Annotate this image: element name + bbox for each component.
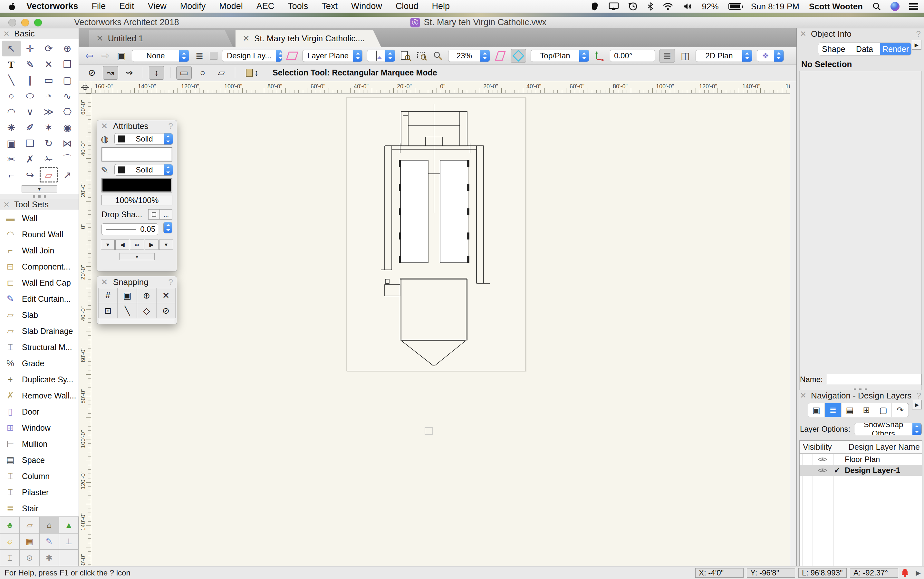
polyline-tool-icon[interactable]: ∨ xyxy=(21,104,39,119)
lasso-marquee-mode[interactable]: ○ xyxy=(195,66,210,80)
design-layer-row[interactable]: ✓Design Layer-1 xyxy=(800,465,922,476)
unified-view-button[interactable]: ≣ xyxy=(660,49,675,63)
back-view-button[interactable]: ⇦ xyxy=(83,50,95,61)
ruler-origin-corner[interactable] xyxy=(79,81,91,93)
machine-design-set[interactable]: ✱ xyxy=(39,550,59,566)
menu-modify[interactable]: Modify xyxy=(180,1,206,11)
status-overflow-button[interactable]: ▶ xyxy=(916,569,921,577)
plan-rotation-input[interactable]: 0.00° xyxy=(610,50,655,62)
active-plane-dropdown[interactable]: Layer Plane xyxy=(303,50,362,62)
time-machine-icon[interactable] xyxy=(629,2,637,11)
interactive-scaling-mode[interactable]: ↝ xyxy=(103,66,118,80)
tab-st-mary[interactable]: ✕ St. Mary teh Virgin Catholic.... xyxy=(236,29,381,47)
render-options-dropdown[interactable]: ❖ xyxy=(757,50,784,62)
spiral-tool-icon[interactable]: ❋ xyxy=(2,119,21,136)
text-tool-icon[interactable]: T xyxy=(2,56,21,72)
zoom-window-button[interactable] xyxy=(34,19,42,26)
offset-tool-icon[interactable]: ↗ xyxy=(58,167,77,183)
detailing-set[interactable]: ⊙ xyxy=(20,550,39,566)
callout-tool-icon[interactable]: ✎ xyxy=(21,56,39,72)
menu-model[interactable]: Model xyxy=(219,1,243,11)
grade-tool[interactable]: %Grade xyxy=(0,355,78,371)
pan-tool-icon[interactable]: ✛ xyxy=(21,41,39,56)
eraser-tool-icon[interactable]: ▱ xyxy=(39,167,58,183)
design-layer-name[interactable]: Floor Plan xyxy=(845,455,880,464)
menu-bar-clock[interactable]: Sun 8:19 PM xyxy=(751,2,799,11)
attr-previous-button[interactable]: ◀ xyxy=(115,240,129,250)
cabinet-edit-mode[interactable]: ↕ xyxy=(241,66,264,80)
user-menu[interactable]: Scott Wooten xyxy=(809,2,863,11)
tab-render[interactable]: Render xyxy=(880,43,911,55)
dimension-mode[interactable]: ↕ xyxy=(149,66,164,80)
attr-next-button[interactable]: ▶ xyxy=(145,240,158,250)
design-layer-row[interactable]: Floor Plan xyxy=(800,454,922,465)
round-wall-tool[interactable]: ◠Round Wall xyxy=(0,226,78,242)
multi-view-panes-icon[interactable]: ◫ xyxy=(680,50,691,61)
snap-to-curve-button[interactable]: ⊘ xyxy=(156,303,176,318)
close-tab-icon[interactable]: ✕ xyxy=(243,34,250,44)
wall-tool[interactable]: ▬Wall xyxy=(0,210,78,226)
close-icon[interactable]: ✕ xyxy=(3,29,10,38)
drop-shadow-options-button[interactable]: ... xyxy=(160,209,172,219)
forward-view-button[interactable]: ⇨ xyxy=(99,50,111,61)
layer-visibility-eye-icon[interactable] xyxy=(818,456,827,462)
siri-icon[interactable] xyxy=(890,2,900,11)
mirror-tool-icon[interactable]: ⋈ xyxy=(58,136,77,151)
nav-classes-button[interactable]: ▣ xyxy=(808,403,825,417)
door-tool[interactable]: ▯Door xyxy=(0,404,78,420)
component-join-tool[interactable]: ⊟Component... xyxy=(0,258,78,275)
fit-objects-icon[interactable] xyxy=(416,50,427,61)
line-thickness-field[interactable]: 0.05 xyxy=(101,223,158,235)
alert-bell-icon[interactable] xyxy=(901,568,909,579)
nav-sheet-layers-button[interactable]: ▤ xyxy=(841,403,858,417)
wifi-icon[interactable] xyxy=(663,3,673,10)
deform-tool-icon[interactable]: ❏ xyxy=(21,136,39,151)
canvas-vertical-scrollbar[interactable] xyxy=(790,81,797,566)
slab-tool[interactable]: ▱Slab xyxy=(0,307,78,323)
clip-cube-icon[interactable] xyxy=(495,51,506,61)
menu-file[interactable]: File xyxy=(92,1,106,11)
object-name-input[interactable] xyxy=(827,374,922,385)
minimize-window-button[interactable] xyxy=(21,19,29,26)
object-info-overflow-button[interactable]: ▶ xyxy=(912,40,921,50)
line-tool-icon[interactable]: ╲ xyxy=(2,72,21,88)
fillet-tool-icon[interactable]: ⌒ xyxy=(58,151,77,167)
nav-design-layers-button[interactable]: ≣ xyxy=(825,403,841,417)
snap-to-grid-button[interactable]: # xyxy=(98,288,117,303)
eyedropper-tool-icon[interactable]: ✐ xyxy=(21,119,39,136)
layer-visibility-eye-icon[interactable] xyxy=(818,468,827,473)
apple-menu-icon[interactable] xyxy=(8,2,15,11)
structural-set[interactable]: ⌶ xyxy=(0,550,20,566)
menu-edit[interactable]: Edit xyxy=(119,1,134,11)
space-tool[interactable]: ▤Space xyxy=(0,452,78,468)
selection-tool-icon[interactable]: ↖ xyxy=(2,41,21,56)
close-icon[interactable]: ✕ xyxy=(3,200,10,209)
close-icon[interactable]: ✕ xyxy=(101,277,108,287)
rectangular-marquee-mode[interactable]: ▭ xyxy=(176,66,192,80)
trim-tool-icon[interactable]: ✗ xyxy=(21,151,39,167)
rectangle-tool-icon[interactable]: ▭ xyxy=(39,72,58,88)
lighting-set[interactable]: ☼ xyxy=(0,533,20,550)
snap-to-edge-button[interactable]: ╲ xyxy=(117,303,137,318)
split-tool-icon[interactable]: ✁ xyxy=(39,151,58,167)
menu-view[interactable]: View xyxy=(148,1,166,11)
column-visibility[interactable]: Visibility xyxy=(803,442,832,451)
magic-wand-tool-icon[interactable]: ✶ xyxy=(39,119,58,136)
translate-3d-tool-icon[interactable]: ❒ xyxy=(58,56,77,72)
visualization-set[interactable]: ▱ xyxy=(20,517,39,533)
flyover-tool-icon[interactable]: ⟳ xyxy=(39,41,58,56)
nav-references-button[interactable]: ↷ xyxy=(892,403,909,417)
drop-shadow-toggle-button[interactable] xyxy=(148,209,160,219)
bluetooth-icon[interactable] xyxy=(647,2,653,11)
zoom-percent-dropdown[interactable]: 23% xyxy=(448,50,490,62)
view-dropdown[interactable]: Top/Plan xyxy=(531,50,589,62)
line-thickness-stepper[interactable] xyxy=(163,222,172,234)
spotlight-icon[interactable] xyxy=(872,2,881,11)
fit-page-icon[interactable] xyxy=(400,50,411,61)
tab-shape[interactable]: Shape xyxy=(818,43,849,55)
class-options-icon[interactable]: ▣ xyxy=(116,50,127,61)
snapping-palette-header[interactable]: ✕ Snapping ? xyxy=(97,276,177,288)
render-mode-dropdown[interactable]: 2D Plan xyxy=(696,50,752,62)
tab-untitled-1[interactable]: ✕ Untitled 1 xyxy=(89,29,233,47)
remove-wall-breaks-tool[interactable]: ✗Remove Wall... xyxy=(0,388,78,404)
